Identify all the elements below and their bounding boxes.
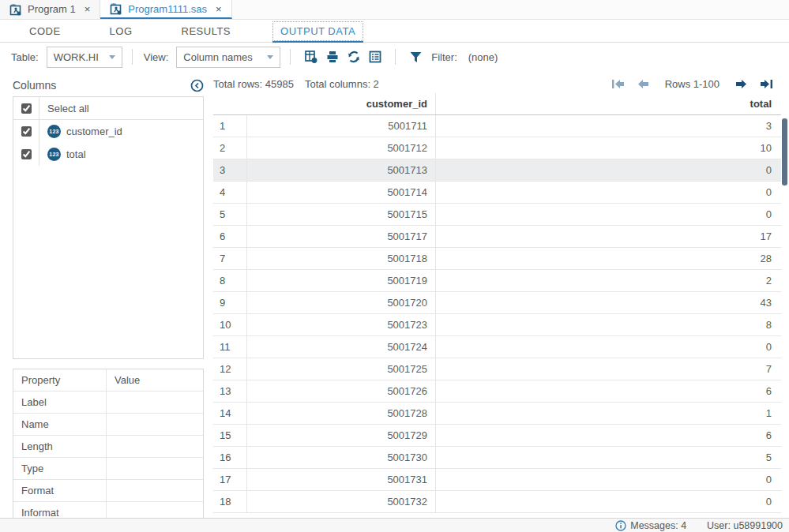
messages-status[interactable]: Messages: 4 [615,520,686,531]
messages-label: Messages: 4 [630,520,686,531]
collapse-panel-icon[interactable] [190,79,204,92]
view-select-value: Column names [183,51,252,63]
table-row[interactable]: 850017192 [213,270,781,292]
table-select-value: WORK.HI [54,51,99,63]
table-row[interactable]: 1750017310 [213,469,781,491]
select-all-checkbox[interactable] [21,103,32,114]
print-button[interactable] [321,47,343,66]
next-page-icon [735,79,747,89]
property-header: Property [13,369,107,391]
details-list-icon [368,50,382,64]
rows-range-label: Rows 1-100 [665,78,719,90]
columns-list: Select all 123customer_id123total [13,96,204,359]
customer-id-cell: 5001724 [247,336,436,358]
row-number-cell: 15 [213,425,247,446]
table-options-icon [304,50,318,64]
scrollbar-thumb[interactable] [782,118,787,185]
table-row[interactable]: 1550017296 [213,425,781,447]
column-item-total[interactable]: 123total [13,143,203,166]
refresh-button[interactable] [343,47,364,66]
previous-page-button[interactable] [637,79,649,89]
table-row[interactable]: 7500171828 [213,248,781,270]
user-label: User: u58991900 [707,520,783,531]
select-all-row[interactable]: Select all [13,97,203,120]
grid-info-bar: Total rows: 45985 Total columns: 2 Rows … [213,75,781,93]
vertical-scrollbar[interactable] [782,116,787,511]
properties-rows: LabelNameLengthTypeFormatInformat [13,392,203,519]
numeric-column-icon: 123 [47,125,61,138]
total-rows-label: Total rows: 45985 [213,78,294,90]
columns-panel-header: Columns [13,76,204,95]
table-row[interactable]: 150017113 [213,115,781,137]
next-page-button[interactable] [735,79,747,89]
customer-id-cell: 5001719 [247,270,436,291]
table-row[interactable]: 1350017266 [213,380,781,403]
view-tab-bar: CODE LOG RESULTS OUTPUT DATA [0,20,789,43]
total-cell: 5 [436,451,781,463]
column-item-customer_id[interactable]: 123customer_id [13,120,203,143]
table-select[interactable]: WORK.HI [47,47,122,68]
table-row[interactable]: 350017130 [213,159,781,182]
table-row[interactable]: 1850017320 [213,491,781,513]
table-row[interactable]: 6500171717 [213,226,781,248]
customer-id-cell: 5001713 [247,159,436,181]
first-page-button[interactable] [611,79,625,89]
last-page-button[interactable] [760,79,773,89]
total-cell: 7 [436,363,781,375]
table-row[interactable]: 1050017238 [213,314,781,336]
row-number-cell: 5 [213,204,247,225]
table-row[interactable]: 1650017305 [213,447,781,469]
customer-id-cell: 5001728 [247,403,436,424]
sas-program-icon [9,3,22,16]
column-name: customer_id [66,126,122,137]
tab-code[interactable]: CODE [22,22,68,40]
columns-items: 123customer_id123total [13,120,203,166]
row-number-cell: 7 [213,248,247,269]
tab-log[interactable]: LOG [103,22,140,40]
filter-label: Filter: [431,51,457,63]
customer-id-cell: 5001712 [247,137,436,159]
customer-id-cell: 5001730 [247,447,436,468]
column-options-button[interactable] [300,47,321,66]
filter-value: (none) [468,51,498,63]
table-row[interactable]: 1250017257 [213,358,781,380]
table-row[interactable]: 550017150 [213,204,781,226]
tab-output-data[interactable]: OUTPUT DATA [272,21,363,41]
file-tab-bar: Program 1 × Program1111.sas × [0,0,789,20]
table-row[interactable]: 9500172043 [213,292,781,314]
row-number-cell: 4 [213,182,247,203]
pagination-controls: Rows 1-100 [611,78,781,90]
column-checkbox[interactable] [21,126,32,137]
sas-program-icon [110,2,122,15]
customer-id-header[interactable]: customer_id [247,93,436,114]
close-icon[interactable]: × [216,3,222,15]
property-row: Format [13,480,203,502]
close-icon[interactable]: × [85,3,91,15]
view-label: View: [144,51,169,63]
file-tab-program1111[interactable]: Program1111.sas × [100,0,231,19]
total-header[interactable]: total [436,98,781,110]
columns-panel-title: Columns [13,79,56,92]
table-row[interactable]: 1450017281 [213,403,781,425]
property-row: Label [13,392,203,414]
customer-id-cell: 5001720 [247,292,436,313]
customer-id-cell: 5001714 [247,182,436,203]
data-table-header-row: customer_id total [213,93,781,115]
column-checkbox[interactable] [21,149,32,159]
view-select[interactable]: Column names [176,47,280,68]
customer-id-cell: 5001723 [247,314,436,335]
output-data-toolbar: Table: WORK.HI View: Column names [0,43,789,71]
column-details-button[interactable] [364,47,385,66]
customer-id-cell: 5001715 [247,204,436,225]
file-tab-program-1[interactable]: Program 1 × [0,0,100,19]
table-row[interactable]: 450017140 [213,182,781,204]
row-number-cell: 18 [213,491,247,512]
tab-results[interactable]: RESULTS [175,22,239,40]
customer-id-cell: 5001726 [247,380,436,402]
filter-button[interactable] [405,47,426,66]
table-row[interactable]: 2500171210 [213,137,781,159]
toolbar-divider [290,49,291,65]
total-cell: 0 [436,186,781,198]
table-row[interactable]: 1150017240 [213,336,781,358]
total-cell: 10 [436,142,781,154]
